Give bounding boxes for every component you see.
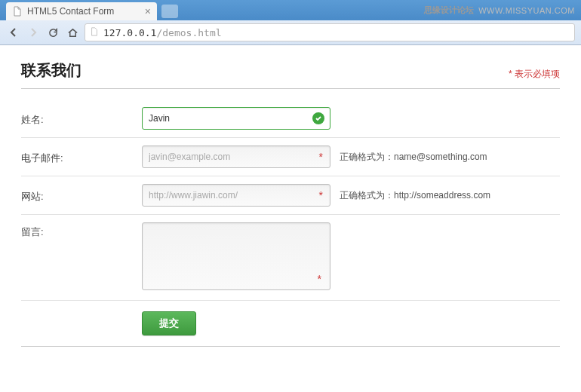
url-path: /demos.html [156, 27, 221, 38]
name-input[interactable] [142, 107, 330, 130]
reload-button[interactable] [45, 25, 60, 40]
row-website: 网站: * 正确格式为：http://someaddress.com [21, 176, 560, 215]
file-icon [12, 6, 23, 17]
label-message: 留言: [21, 222, 142, 239]
page-title: 联系我们 [21, 60, 81, 81]
home-button[interactable] [65, 25, 80, 40]
toolbar: 127.0.0.1/demos.html [0, 20, 581, 44]
label-name: 姓名: [21, 110, 142, 127]
label-website: 网站: [21, 187, 142, 204]
label-email: 电子邮件: [21, 149, 142, 165]
page-header: 联系我们 * 表示必填项 [21, 60, 560, 89]
required-mark: * [319, 151, 323, 163]
check-icon [312, 112, 324, 124]
row-message: 留言: * [21, 215, 560, 301]
forward-button[interactable] [26, 25, 41, 40]
row-submit: 提交 [21, 301, 560, 347]
url-bar[interactable]: 127.0.0.1/demos.html [85, 23, 575, 41]
watermark: 思缘设计论坛 WWW.MISSYUAN.COM [424, 5, 575, 16]
browser-chrome: HTML5 Contact Form × 思缘设计论坛 WWW.MISSYUAN… [0, 0, 581, 45]
row-name: 姓名: [21, 100, 560, 138]
email-input[interactable] [142, 145, 330, 168]
required-note: * 表示必填项 [509, 68, 560, 81]
row-email: 电子邮件: * 正确格式为：name@something.com [21, 138, 560, 176]
page-icon [90, 26, 99, 39]
hint-website: 正确格式为：http://someaddress.com [340, 189, 490, 202]
website-input[interactable] [142, 184, 330, 207]
submit-button[interactable]: 提交 [142, 311, 196, 335]
watermark-en: WWW.MISSYUAN.COM [478, 6, 575, 15]
tab-bar: HTML5 Contact Form × 思缘设计论坛 WWW.MISSYUAN… [0, 0, 581, 20]
tab-title: HTML5 Contact Form [27, 6, 114, 17]
back-button[interactable] [6, 25, 21, 40]
close-icon[interactable]: × [145, 5, 151, 17]
browser-tab[interactable]: HTML5 Contact Form × [6, 2, 157, 20]
url-host: 127.0.0.1 [103, 27, 156, 38]
message-textarea[interactable] [142, 222, 330, 290]
watermark-cn: 思缘设计论坛 [424, 5, 474, 16]
required-mark: * [318, 273, 321, 285]
hint-email: 正确格式为：name@something.com [340, 151, 487, 164]
required-mark: * [319, 189, 323, 201]
new-tab-button[interactable] [161, 5, 178, 18]
page-content: 联系我们 * 表示必填项 姓名: 电子邮件: * 正确格式为：name@some… [0, 45, 581, 362]
